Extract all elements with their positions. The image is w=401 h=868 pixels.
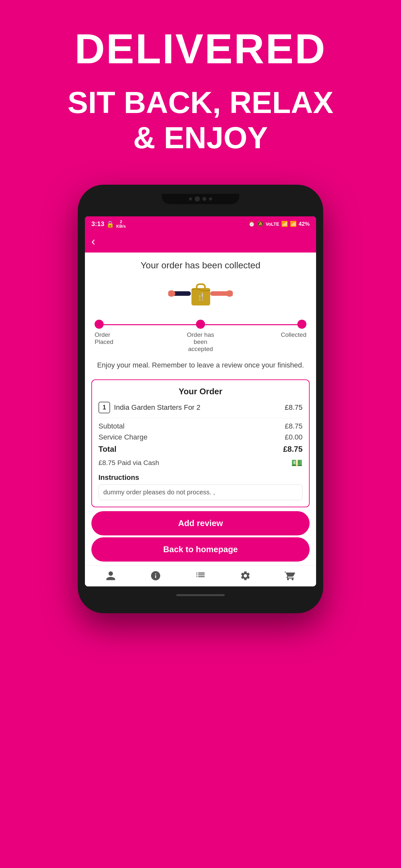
- progress-labels: OrderPlaced Order hasbeen accepted Colle…: [95, 331, 306, 352]
- hero-title: DELIVERED: [67, 26, 333, 72]
- camera-dot-right: [203, 197, 206, 201]
- order-status-header: Your order has been collected: [85, 252, 316, 276]
- status-bar: 3:13 🔒 2KB/s ⏰ 🔕 VoLTE 📶 📶 42%: [85, 216, 316, 232]
- camera-dot-sensor: [209, 197, 212, 200]
- item-qty: 1: [98, 402, 110, 413]
- subtotal-value: £8.75: [285, 422, 303, 430]
- camera-dot-center: [195, 196, 200, 202]
- subtotal-row: Subtotal £8.75: [98, 421, 303, 432]
- status-lock-icon: 🔒: [106, 220, 114, 228]
- progress-line: [95, 320, 306, 329]
- top-nav: ‹: [85, 232, 316, 252]
- lte-label: VoLTE: [266, 221, 279, 227]
- status-kb: 2KB/s: [116, 220, 126, 229]
- progress-label-3: Collected: [268, 331, 306, 352]
- phone-notch: [162, 194, 239, 204]
- service-charge-label: Service Charge: [98, 433, 148, 441]
- subtotal-label: Subtotal: [98, 422, 125, 430]
- nav-settings-icon[interactable]: [240, 570, 251, 581]
- instructions-label: Instructions: [98, 473, 303, 482]
- nav-info-icon[interactable]: [150, 570, 161, 581]
- instructions-box: dummy order pleases do not process. ,: [98, 485, 303, 500]
- delivery-svg: 🍴: [168, 279, 233, 311]
- phone-device: 3:13 🔒 2KB/s ⏰ 🔕 VoLTE 📶 📶 42% ‹: [78, 185, 323, 613]
- nav-menu-icon[interactable]: [195, 570, 206, 581]
- total-value: £8.75: [283, 445, 303, 454]
- total-label: Total: [98, 445, 117, 454]
- progress-dot-3: [297, 320, 306, 329]
- back-button[interactable]: ‹: [91, 236, 95, 247]
- nav-cart-icon[interactable]: [285, 570, 296, 581]
- item-name: India Garden Starters For 2: [114, 403, 281, 412]
- phone-bottom-bar: [85, 586, 316, 604]
- order-item-row: 1 India Garden Starters For 2 £8.75: [98, 402, 303, 413]
- svg-text:🍴: 🍴: [197, 292, 206, 301]
- progress-dot-2: [196, 320, 205, 329]
- hero-subtitle: SIT BACK, RELAX& ENJOY: [67, 85, 333, 156]
- progress-dot-1: [95, 320, 104, 329]
- signal-icon: 📶: [290, 221, 297, 227]
- alarm-icon: ⏰: [248, 221, 255, 227]
- battery-label: 42%: [299, 221, 310, 227]
- item-price: £8.75: [285, 403, 303, 412]
- service-charge-value: £0.00: [285, 433, 303, 441]
- delivery-illustration: 🍴: [85, 276, 316, 316]
- bottom-nav: [85, 565, 316, 586]
- total-row: Total £8.75: [98, 443, 303, 456]
- home-indicator: [176, 594, 225, 596]
- paid-label: £8.75 Paid via Cash: [98, 459, 159, 467]
- status-time: 3:13: [91, 220, 104, 228]
- service-charge-row: Service Charge £0.00: [98, 432, 303, 443]
- phone-screen: 3:13 🔒 2KB/s ⏰ 🔕 VoLTE 📶 📶 42% ‹: [85, 216, 316, 586]
- status-left: 3:13 🔒 2KB/s: [91, 220, 126, 229]
- progress-label-1: OrderPlaced: [95, 331, 133, 352]
- nav-person-icon[interactable]: [105, 570, 116, 581]
- progress-track: OrderPlaced Order hasbeen accepted Colle…: [85, 316, 316, 355]
- order-divider: [98, 418, 303, 418]
- add-review-button[interactable]: Add review: [91, 511, 310, 535]
- progress-label-2: Order hasbeen accepted: [181, 331, 220, 352]
- hero-section: DELIVERED SIT BACK, RELAX& ENJOY: [48, 0, 352, 168]
- wifi-icon: 📶: [281, 221, 288, 227]
- enjoy-message: Enjoy your meal. Remember to leave a rev…: [85, 355, 316, 376]
- camera-dot-left: [189, 197, 192, 200]
- paid-row: £8.75 Paid via Cash 💵: [98, 456, 303, 470]
- cash-icon: 💵: [291, 458, 303, 468]
- order-card-title: Your Order: [98, 386, 303, 397]
- mute-icon: 🔕: [257, 221, 264, 227]
- back-to-homepage-button[interactable]: Back to homepage: [91, 537, 310, 562]
- phone-notch-area: [85, 194, 316, 216]
- status-right: ⏰ 🔕 VoLTE 📶 📶 42%: [248, 221, 310, 227]
- phone-frame: 3:13 🔒 2KB/s ⏰ 🔕 VoLTE 📶 📶 42% ‹: [78, 185, 323, 613]
- screen-content: Your order has been collected: [85, 252, 316, 586]
- order-card: Your Order 1 India Garden Starters For 2…: [91, 379, 310, 507]
